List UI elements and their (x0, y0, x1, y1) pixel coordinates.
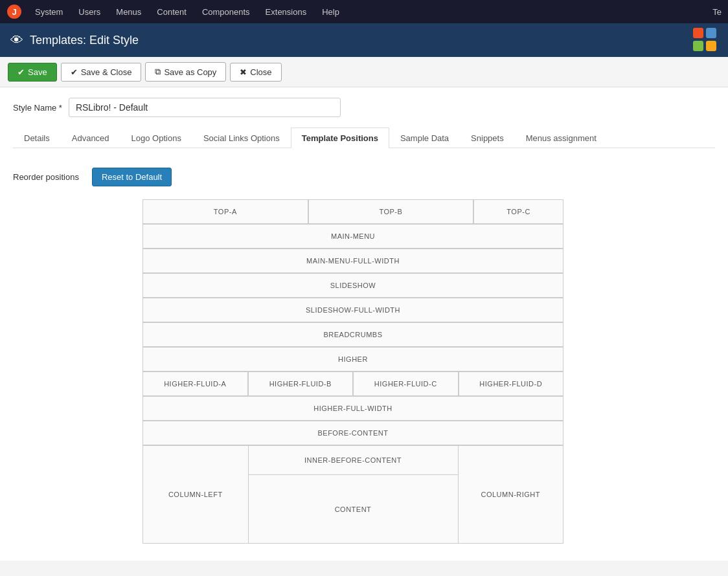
tab-details[interactable]: Details (13, 127, 61, 148)
positions-grid: TOP-A TOP-B TOP-C MAIN-MENU MAIN-MENU-FU… (142, 199, 563, 544)
page-title: Templates: Edit Style (30, 34, 139, 47)
save-icon: ✔ (17, 67, 25, 77)
position-before-content[interactable]: BEFORE-CONTENT (142, 421, 563, 445)
position-slideshow-full-width[interactable]: SLIDESHOW-FULL-WIDTH (142, 298, 563, 322)
position-column-right[interactable]: COLUMN-RIGHT (458, 446, 563, 543)
reset-to-default-button[interactable]: Reset to Default (92, 168, 172, 186)
style-name-input[interactable] (69, 98, 341, 117)
style-name-label: Style Name * (13, 103, 62, 113)
tab-advanced[interactable]: Advanced (61, 127, 120, 148)
position-top-c[interactable]: TOP-C (473, 199, 563, 224)
save-copy-label: Save as Copy (164, 67, 216, 77)
template-positions-section: Reorder positions Reset to Default TOP-A… (13, 161, 715, 550)
center-column: INNER-BEFORE-CONTENT CONTENT (249, 446, 458, 543)
position-column-left[interactable]: COLUMN-LEFT (143, 446, 249, 543)
position-higher-fluid-c[interactable]: HIGHER-FLUID-C (353, 371, 459, 396)
save-copy-button[interactable]: ⧉ Save as Copy (145, 62, 226, 82)
tab-logo-options[interactable]: Logo Options (120, 127, 192, 148)
nav-menus[interactable]: Menus (108, 0, 149, 23)
svg-rect-2 (693, 28, 703, 38)
joomla-logo (692, 27, 718, 54)
position-main-menu-full-width[interactable]: MAIN-MENU-FULL-WIDTH (142, 249, 563, 273)
nav-extensions[interactable]: Extensions (258, 0, 315, 23)
position-higher-fluid-b[interactable]: HIGHER-FLUID-B (248, 371, 354, 396)
higher-fluid-row: HIGHER-FLUID-A HIGHER-FLUID-B HIGHER-FLU… (142, 371, 563, 396)
style-name-row: Style Name * (13, 98, 715, 117)
tab-template-positions[interactable]: Template Positions (291, 127, 389, 148)
toolbar: ✔ Save ✔ Save & Close ⧉ Save as Copy ✖ C… (0, 57, 728, 87)
nav-system[interactable]: System (27, 0, 71, 23)
content-area-row: COLUMN-LEFT INNER-BEFORE-CONTENT CONTENT… (142, 445, 563, 544)
tabs-bar: Details Advanced Logo Options Social Lin… (13, 127, 715, 148)
reorder-row: Reorder positions Reset to Default (13, 168, 715, 186)
svg-text:J: J (12, 7, 16, 17)
svg-rect-4 (693, 41, 703, 51)
nav-users[interactable]: Users (71, 0, 108, 23)
joomla-nav-icon: J (6, 4, 22, 19)
reorder-label: Reorder positions (13, 172, 79, 182)
template-icon: 👁 (10, 33, 23, 48)
close-label: Close (250, 67, 271, 77)
position-slideshow[interactable]: SLIDESHOW (142, 273, 563, 298)
nav-help[interactable]: Help (314, 0, 347, 23)
close-icon: ✖ (240, 67, 247, 77)
save-close-label: Save & Close (81, 67, 132, 77)
copy-icon: ⧉ (155, 67, 161, 77)
position-higher-full-width[interactable]: HIGHER-FULL-WIDTH (142, 396, 563, 421)
position-top-a[interactable]: TOP-A (142, 199, 308, 224)
save-close-button[interactable]: ✔ Save & Close (61, 63, 142, 82)
tab-menus-assignment[interactable]: Menus assignment (515, 127, 608, 148)
save-close-icon: ✔ (71, 67, 78, 77)
user-badge: Te (712, 7, 722, 17)
position-higher[interactable]: HIGHER (142, 347, 563, 371)
tab-social-links[interactable]: Social Links Options (192, 127, 291, 148)
save-label: Save (28, 67, 47, 77)
tab-snippets[interactable]: Snippets (460, 127, 515, 148)
position-top-b[interactable]: TOP-B (308, 199, 474, 224)
svg-rect-3 (706, 28, 716, 38)
position-breadcrumbs[interactable]: BREADCRUMBS (142, 322, 563, 347)
nav-components[interactable]: Components (194, 0, 258, 23)
top-navigation: J System Users Menus Content Components … (0, 0, 728, 23)
main-content: Style Name * Details Advanced Logo Optio… (0, 87, 728, 560)
nav-content[interactable]: Content (149, 0, 194, 23)
svg-rect-5 (706, 41, 716, 51)
position-higher-fluid-d[interactable]: HIGHER-FLUID-D (459, 371, 564, 396)
position-main-menu[interactable]: MAIN-MENU (142, 224, 563, 249)
position-higher-fluid-a[interactable]: HIGHER-FLUID-A (142, 371, 248, 396)
top-row: TOP-A TOP-B TOP-C (142, 199, 563, 224)
close-button[interactable]: ✖ Close (230, 63, 281, 82)
position-inner-before-content[interactable]: INNER-BEFORE-CONTENT (249, 446, 458, 475)
save-button[interactable]: ✔ Save (8, 63, 57, 82)
tab-sample-data[interactable]: Sample Data (389, 127, 460, 148)
position-content[interactable]: CONTENT (249, 475, 458, 543)
header-bar: 👁 Templates: Edit Style (0, 23, 728, 57)
